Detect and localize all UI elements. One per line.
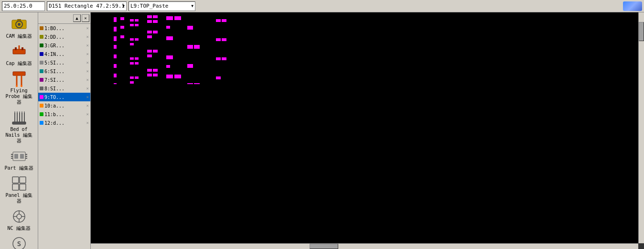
svg-rect-118: [147, 31, 152, 33]
svg-rect-84: [135, 76, 139, 79]
svg-rect-205: [216, 76, 221, 79]
svg-rect-116: [147, 20, 152, 23]
component-dropdown[interactable]: D151 Rectangle 47.2:59.1: [47, 1, 127, 11]
layer-panel-btn1[interactable]: ▲: [73, 14, 81, 22]
layer-panel-btn2[interactable]: ×: [82, 14, 89, 22]
svg-rect-79: [130, 57, 134, 60]
layer-list: 1:BO...×2:DD...×3:GR...×4:IN...×5:SI...×…: [38, 24, 90, 249]
svg-rect-164: [166, 75, 173, 78]
sidebar-item-nc[interactable]: NC 編集器: [2, 206, 36, 233]
layer-close[interactable]: ×: [86, 43, 89, 48]
svg-rect-114: [147, 15, 152, 18]
svg-rect-71: [120, 35, 124, 38]
svg-rect-75: [135, 24, 139, 26]
layer-item-3[interactable]: 3:GR...×: [38, 41, 90, 50]
svg-rect-115: [153, 15, 158, 18]
layer-color: [40, 121, 43, 125]
layer-close[interactable]: ×: [86, 95, 89, 99]
layer-item-9[interactable]: 9:TO...×: [38, 93, 90, 101]
layer-close[interactable]: ×: [86, 103, 89, 108]
svg-rect-45: [114, 17, 117, 22]
symbol-icon: S: [11, 235, 28, 249]
layer-dropdown[interactable]: L9:TOP_Paste: [129, 1, 195, 11]
layer-item-1[interactable]: 1:BO...×: [38, 24, 90, 32]
svg-rect-33: [12, 177, 19, 183]
sidebar-item-symbol[interactable]: S Symbol 編集器: [2, 234, 36, 249]
svg-rect-70: [120, 26, 124, 29]
svg-rect-158: [166, 16, 173, 20]
svg-rect-76: [130, 38, 134, 41]
svg-rect-80: [135, 57, 139, 60]
sidebar-panel-label: Panel 編集器: [3, 193, 35, 204]
svg-rect-186: [194, 83, 200, 84]
layer-close[interactable]: ×: [86, 60, 89, 65]
layer-name: 2:DD...: [44, 34, 86, 40]
flying-probe-icon: [11, 70, 28, 87]
sidebar-item-part[interactable]: Part 編集器: [2, 146, 36, 173]
layer-panel: ▲ × 1:BO...×2:DD...×3:GR...×4:IN...×5:SI…: [38, 12, 91, 249]
panel-icon: [11, 175, 28, 192]
scrollbar-bottom[interactable]: [91, 243, 638, 249]
sidebar-item-cap[interactable]: Cap 編集器: [2, 42, 36, 68]
svg-rect-6: [21, 47, 23, 50]
layer-item-5[interactable]: 5:SI...×: [38, 58, 90, 67]
layer-close[interactable]: ×: [86, 86, 89, 91]
layer-close[interactable]: ×: [86, 34, 89, 39]
svg-rect-204: [222, 57, 226, 60]
scroll-thumb-right[interactable]: [639, 22, 644, 41]
layer-close[interactable]: ×: [86, 112, 89, 117]
main-canvas[interactable]: [91, 12, 638, 243]
layer-name: 4:IN...: [44, 52, 86, 57]
scroll-thumb-bottom[interactable]: [310, 244, 338, 249]
svg-rect-199: [216, 19, 221, 22]
svg-rect-123: [147, 54, 152, 57]
svg-text:S: S: [17, 240, 21, 248]
layer-name: 10:a...: [44, 103, 86, 108]
svg-marker-19: [14, 111, 15, 112]
layer-item-8[interactable]: 8:SI...×: [38, 84, 90, 93]
svg-rect-8: [13, 72, 25, 76]
layer-item-11[interactable]: 11:b...×: [38, 110, 90, 119]
layer-color: [40, 35, 43, 39]
layer-item-10[interactable]: 10:a...×: [38, 101, 90, 110]
part-icon: [11, 148, 28, 165]
svg-rect-13: [12, 122, 26, 124]
svg-rect-181: [187, 26, 193, 30]
coord-display: 25.0:25.0: [2, 1, 45, 11]
layer-item-7[interactable]: 7:SI...×: [38, 76, 90, 84]
sidebar-item-cam[interactable]: CAM 編集器: [2, 14, 36, 41]
layer-item-6[interactable]: 6:SI...×: [38, 67, 90, 76]
svg-rect-72: [130, 19, 134, 22]
svg-rect-3: [17, 19, 21, 21]
layer-item-4[interactable]: 4:IN...×: [38, 50, 90, 58]
svg-rect-200: [222, 19, 226, 22]
svg-rect-202: [222, 38, 226, 41]
layer-close[interactable]: ×: [86, 69, 89, 74]
svg-rect-183: [194, 45, 200, 49]
layer-item-12[interactable]: 12:d...×: [38, 119, 90, 127]
svg-rect-49: [114, 54, 117, 58]
layer-close[interactable]: ×: [86, 52, 89, 56]
sidebar-cap-label: Cap 編集器: [6, 61, 32, 66]
svg-rect-121: [147, 50, 152, 53]
svg-marker-20: [17, 111, 18, 112]
sidebar-item-flying-probe[interactable]: Flying Probe 編集器: [2, 69, 36, 107]
sidebar-item-bed-of-nails[interactable]: Bed of Nails 編集器: [2, 108, 36, 145]
svg-marker-21: [19, 111, 20, 112]
svg-rect-185: [187, 83, 193, 84]
layer-item-2[interactable]: 2:DD...×: [38, 32, 90, 41]
layer-close[interactable]: ×: [86, 26, 89, 31]
sidebar-cam-label: CAM 編集器: [6, 33, 32, 39]
cap-icon: [11, 43, 28, 60]
layer-close[interactable]: ×: [86, 120, 89, 125]
svg-rect-4: [13, 49, 25, 54]
sidebar-item-panel[interactable]: Panel 編集器: [2, 173, 36, 206]
svg-marker-23: [24, 111, 25, 112]
layer-close[interactable]: ×: [86, 77, 89, 82]
svg-rect-74: [130, 24, 134, 26]
pcb-svg: [91, 12, 234, 84]
layer-color: [40, 112, 43, 116]
svg-rect-162: [166, 55, 173, 59]
scrollbar-right[interactable]: [638, 12, 644, 243]
layer-name: 7:SI...: [44, 77, 86, 83]
